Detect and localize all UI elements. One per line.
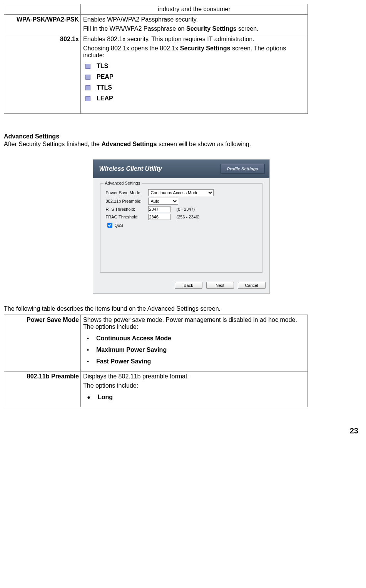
opt-long: Long — [87, 394, 305, 401]
cancel-button[interactable]: Cancel — [238, 282, 266, 289]
wpa-line2: Fill in the WPA/WPA2 Passphrase on Secur… — [83, 25, 305, 32]
fieldset-legend: Advanced Settings — [104, 181, 142, 185]
adv-pa: After Security Settings finished, the — [4, 141, 101, 147]
next-button[interactable]: Next — [206, 282, 234, 289]
psm-line1: Shows the power save mode. Power managem… — [83, 316, 305, 330]
psm-row-label: Power Save Mode — [4, 315, 81, 371]
wpa-line2a: Fill in the WPA/WPA2 Passphrase on — [83, 25, 186, 32]
advanced-settings-table: Power Save Mode Shows the power save mod… — [4, 315, 308, 407]
8021x-line1: Enables 802.1x security. This option req… — [83, 36, 305, 43]
opt-continuous: Continuous Access Mode — [87, 335, 305, 342]
psm-row-desc: Shows the power save mode. Power managem… — [81, 315, 308, 371]
preamble-options-list: Long — [83, 394, 305, 401]
pre-line2: The options include: — [83, 382, 305, 389]
blank-label — [4, 4, 81, 15]
opt-peap: PEAP — [85, 73, 305, 80]
frag-hint: (256 - 2346) — [177, 215, 200, 219]
back-button[interactable]: Back — [175, 282, 202, 289]
opt-max-power: Maximum Power Saving — [87, 346, 305, 353]
preamble-select[interactable]: Auto — [148, 198, 178, 205]
x-line2b: Security Settings — [180, 45, 231, 52]
adv-pc: screen will be shown as following. — [157, 141, 251, 147]
psm-options-list: Continuous Access Mode Maximum Power Sav… — [83, 335, 305, 365]
screenshot-header: Wireless Client Utility Profile Settings — [93, 160, 269, 178]
x-line2a: Choosing 802.1x opens the 802.1x — [83, 45, 180, 52]
frag-input[interactable] — [148, 214, 170, 220]
preamble-row-desc: Displays the 802.11b preamble format. Th… — [81, 371, 308, 407]
frag-label: FRAG Threshold: — [106, 215, 148, 219]
wpa-psk-label: WPA-PSK/WPA2-PSK — [4, 15, 81, 34]
pre-line1: Displays the 802.11b preamble format. — [83, 373, 305, 380]
advanced-settings-screenshot: Wireless Client Utility Profile Settings… — [93, 159, 270, 294]
wpa-psk-desc: Enables WPA/WPA2 Passphrase security. Fi… — [81, 15, 308, 34]
psm-label: Power Save Mode: — [106, 190, 148, 195]
rts-input[interactable] — [148, 206, 170, 212]
screenshot-button-bar: Back Next Cancel — [93, 278, 269, 293]
8021x-line2: Choosing 802.1x opens the 802.1x Securit… — [83, 45, 305, 59]
industry-consumer-cell: industry and the consumer — [81, 4, 308, 15]
wpa-line2c: screen. — [237, 25, 259, 32]
opt-leap: LEAP — [85, 95, 305, 102]
8021x-label: 802.1x — [4, 34, 81, 114]
screenshot-title: Wireless Client Utility — [99, 165, 162, 172]
power-save-mode-select[interactable]: Continuous Access Mode — [148, 189, 214, 196]
8021x-desc: Enables 802.1x security. This option req… — [81, 34, 308, 114]
rts-label: RTS Threshold: — [106, 207, 148, 212]
advanced-settings-para: After Security Settings finished, the Ad… — [4, 141, 358, 148]
adv-pb: Advanced Settings — [101, 141, 157, 147]
qos-checkbox[interactable] — [107, 223, 112, 228]
page-number: 23 — [4, 426, 358, 435]
advanced-settings-fieldset: Advanced Settings Power Save Mode: Conti… — [100, 183, 262, 273]
opt-ttls: TTLS — [85, 84, 305, 91]
opt-tls: TLS — [85, 63, 305, 70]
wpa-line1: Enables WPA/WPA2 Passphrase security. — [83, 16, 305, 23]
rts-hint: (0 - 2347) — [177, 207, 195, 212]
qos-label: QoS — [115, 223, 123, 228]
wpa-line2b: Security Settings — [186, 25, 237, 32]
screenshot-body: Advanced Settings Power Save Mode: Conti… — [93, 178, 269, 278]
opt-fast-power: Fast Power Saving — [87, 358, 305, 365]
8021x-options-list: TLS PEAP TTLS LEAP — [83, 63, 305, 102]
preamble-row-label: 802.11b Preamble — [4, 371, 81, 407]
security-options-table: industry and the consumer WPA-PSK/WPA2-P… — [4, 4, 308, 114]
screenshot-tab-profile-settings[interactable]: Profile Settings — [221, 164, 265, 174]
advanced-settings-heading: Advanced Settings — [4, 133, 358, 140]
table2-intro: The following table describes the items … — [4, 305, 358, 312]
preamble-label: 802.11b Preamble: — [106, 199, 148, 203]
